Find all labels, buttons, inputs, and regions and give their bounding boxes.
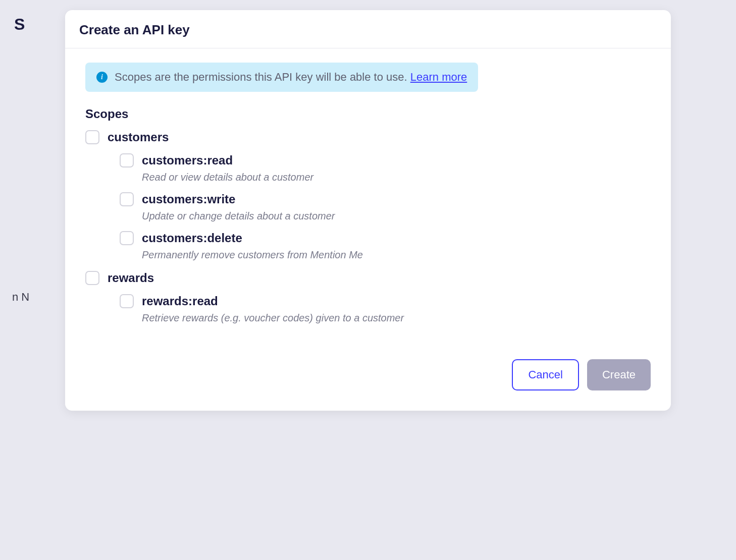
scope-child: rewards:read Retrieve rewards (e.g. vouc…	[120, 294, 651, 324]
scope-label: customers:read	[142, 153, 233, 167]
checkbox-customers-write[interactable]	[120, 192, 134, 206]
checkbox-rewards[interactable]	[85, 271, 99, 285]
info-text: Scopes are the permissions this API key …	[115, 71, 410, 83]
create-button[interactable]: Create	[587, 359, 651, 390]
background-text-s: S	[14, 15, 25, 34]
scope-label: customers:write	[142, 192, 235, 206]
learn-more-link[interactable]: Learn more	[410, 71, 467, 83]
scope-group-rewards: rewards rewards:read Retrieve rewards (e…	[85, 271, 651, 324]
scope-child: customers:write Update or change details…	[120, 192, 651, 222]
cancel-button[interactable]: Cancel	[512, 359, 579, 390]
create-api-key-modal: Create an API key i Scopes are the permi…	[65, 10, 671, 411]
modal-title: Create an API key	[79, 22, 657, 38]
checkbox-customers-delete[interactable]	[120, 231, 134, 245]
scope-label: customers:delete	[142, 231, 242, 245]
scope-desc: Update or change details about a custome…	[120, 210, 651, 222]
checkbox-customers-read[interactable]	[120, 153, 134, 167]
scope-label: rewards	[108, 271, 154, 285]
modal-header: Create an API key	[65, 10, 671, 48]
scope-children: customers:read Read or view details abou…	[85, 153, 651, 261]
modal-footer: Cancel Create	[65, 349, 671, 411]
scope-label: rewards:read	[142, 294, 218, 308]
scope-parent-row: rewards	[85, 271, 651, 285]
scope-desc: Permanently remove customers from Mentio…	[120, 249, 651, 261]
scope-desc: Read or view details about a customer	[120, 172, 651, 183]
scope-label: customers	[108, 130, 169, 144]
scopes-heading: Scopes	[85, 107, 651, 121]
scope-desc: Retrieve rewards (e.g. voucher codes) gi…	[120, 312, 651, 324]
scope-child: customers:read Read or view details abou…	[120, 153, 651, 183]
background-text-n: n N	[12, 291, 29, 304]
scope-group-customers: customers customers:read Read or view de…	[85, 130, 651, 261]
scope-child: customers:delete Permanently remove cust…	[120, 231, 651, 261]
scope-parent-row: customers	[85, 130, 651, 144]
info-icon: i	[96, 72, 108, 83]
scope-children: rewards:read Retrieve rewards (e.g. vouc…	[85, 294, 651, 324]
checkbox-customers[interactable]	[85, 130, 99, 144]
modal-body: i Scopes are the permissions this API ke…	[65, 48, 671, 349]
checkbox-rewards-read[interactable]	[120, 294, 134, 308]
info-banner: i Scopes are the permissions this API ke…	[85, 63, 478, 92]
